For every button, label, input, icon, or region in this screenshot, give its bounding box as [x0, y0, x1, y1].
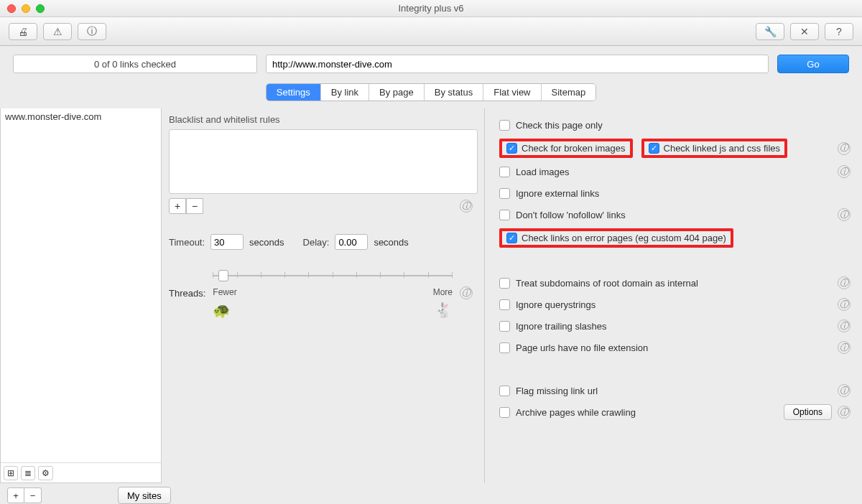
tab-by-page[interactable]: By page: [369, 84, 425, 101]
minus-icon: −: [192, 200, 198, 212]
settings-left: Blacklist and whitelist rules + − ⓘ Time…: [162, 108, 485, 483]
check-error-pages-label: Check links on error pages (eg custom 40…: [522, 233, 726, 243]
blacklist-label: Blacklist and whitelist rules: [169, 114, 473, 125]
titlebar: Integrity plus v6: [0, 0, 862, 17]
tab-by-link[interactable]: By link: [321, 84, 369, 101]
threads-fewer-label: Fewer: [213, 287, 236, 297]
tools-icon: ✕: [800, 26, 809, 37]
timeout-unit: seconds: [249, 237, 284, 248]
check-load-images[interactable]: [499, 167, 510, 177]
toolbar: 🖨 ⚠ ⓘ 🔧 ✕ ?: [0, 17, 862, 46]
tools-button[interactable]: ✕: [790, 23, 819, 40]
rabbit-icon: 🐇: [435, 302, 453, 319]
linked-assets-info-icon[interactable]: ⓘ: [838, 142, 851, 155]
print-button[interactable]: 🖨: [9, 23, 37, 40]
check-querystrings-label: Ignore querystrings: [516, 299, 595, 310]
settings-panel: Blacklist and whitelist rules + − ⓘ Time…: [162, 108, 862, 483]
tab-flat-view[interactable]: Flat view: [483, 84, 541, 101]
view-tabs: Settings By link By page By status Flat …: [0, 83, 862, 101]
preferences-button[interactable]: 🔧: [756, 23, 784, 40]
missing-url-info-icon[interactable]: ⓘ: [838, 384, 851, 397]
threads-info-icon[interactable]: ⓘ: [460, 286, 473, 299]
tab-by-status[interactable]: By status: [425, 84, 483, 101]
grid-view-button[interactable]: ⊞: [4, 466, 18, 480]
trailing-info-icon[interactable]: ⓘ: [838, 319, 851, 332]
minus-icon: −: [30, 490, 36, 501]
timeout-input[interactable]: [210, 234, 244, 250]
blacklist-info-icon[interactable]: ⓘ: [460, 200, 473, 213]
list-view-button[interactable]: ≣: [21, 466, 35, 480]
nofollow-info-icon[interactable]: ⓘ: [838, 208, 851, 221]
load-images-info-icon[interactable]: ⓘ: [838, 165, 851, 178]
my-sites-button[interactable]: My sites: [118, 487, 171, 504]
check-page-only[interactable]: [499, 120, 510, 131]
footer: + − My sites: [0, 483, 862, 504]
warnings-button[interactable]: ⚠: [43, 23, 72, 40]
go-button[interactable]: Go: [777, 55, 849, 73]
sites-list[interactable]: www.monster-dive.com: [1, 108, 161, 462]
blacklist-textarea[interactable]: [169, 129, 478, 194]
check-trailing[interactable]: [499, 321, 510, 332]
check-missing-url[interactable]: [499, 386, 510, 396]
info-button[interactable]: ⓘ: [78, 23, 106, 40]
sites-sidebar: www.monster-dive.com ⊞ ≣ ⚙: [0, 108, 162, 483]
highlight-linked-assets: Check linked js and css files: [641, 139, 788, 158]
actions-menu-button[interactable]: ⚙: [38, 466, 53, 480]
delay-input[interactable]: [335, 234, 368, 250]
turtle-icon: 🐢: [213, 302, 231, 319]
site-remove-button[interactable]: −: [24, 487, 42, 503]
check-broken-images[interactable]: [506, 143, 517, 154]
check-querystrings[interactable]: [499, 299, 510, 310]
info-icon: ⓘ: [87, 25, 97, 38]
tab-sitemap[interactable]: Sitemap: [542, 84, 596, 101]
archive-options-button[interactable]: Options: [784, 404, 832, 420]
window-title: Integrity plus v6: [0, 3, 862, 14]
check-ignore-external[interactable]: [499, 188, 510, 199]
check-linked-assets[interactable]: [649, 143, 659, 154]
site-add-button[interactable]: +: [7, 487, 24, 503]
check-nofollow[interactable]: [499, 210, 510, 220]
gear-icon: ⚙: [42, 468, 50, 478]
plus-icon: +: [175, 200, 180, 212]
list-icon: ≣: [24, 468, 32, 478]
subdomains-info-icon[interactable]: ⓘ: [838, 276, 851, 289]
check-archive-label: Archive pages while crawling: [516, 407, 636, 418]
threads-more-label: More: [433, 287, 453, 297]
list-item[interactable]: www.monster-dive.com: [5, 111, 157, 122]
print-icon: 🖨: [18, 26, 28, 37]
check-no-ext-label: Page urls have no file extension: [516, 342, 648, 353]
check-subdomains[interactable]: [499, 278, 510, 289]
delay-label: Delay:: [303, 237, 330, 248]
check-archive[interactable]: [499, 407, 510, 418]
check-nofollow-label: Don't follow 'nofollow' links: [516, 210, 626, 220]
slider-thumb[interactable]: [218, 270, 228, 281]
check-no-ext[interactable]: [499, 342, 510, 353]
check-ignore-external-label: Ignore external links: [516, 188, 599, 199]
check-page-only-label: Check this page only: [516, 120, 603, 131]
highlight-broken-images: Check for broken images: [499, 139, 633, 158]
check-broken-images-label: Check for broken images: [522, 143, 626, 154]
check-subdomains-label: Treat subdomains of root domain as inter…: [516, 278, 698, 289]
status-text: 0 of 0 links checked: [13, 55, 257, 73]
tab-settings[interactable]: Settings: [267, 84, 321, 101]
wrench-icon: 🔧: [764, 26, 777, 37]
timeout-label: Timeout:: [169, 237, 205, 248]
check-trailing-label: Ignore trailing slashes: [516, 321, 606, 332]
check-error-pages[interactable]: [506, 233, 517, 243]
grid-icon: ⊞: [7, 468, 14, 478]
help-button[interactable]: ?: [825, 23, 853, 40]
querystrings-info-icon[interactable]: ⓘ: [838, 298, 851, 311]
blacklist-remove-button[interactable]: −: [186, 198, 203, 214]
check-load-images-label: Load images: [516, 167, 569, 177]
help-icon: ?: [836, 26, 842, 37]
delay-unit: seconds: [374, 237, 408, 248]
archive-info-icon[interactable]: ⓘ: [838, 406, 851, 419]
url-row: 0 of 0 links checked Go: [0, 46, 862, 82]
threads-slider[interactable]: [213, 267, 453, 284]
url-input[interactable]: [266, 55, 769, 73]
blacklist-add-button[interactable]: +: [169, 198, 186, 214]
check-linked-assets-label: Check linked js and css files: [664, 143, 781, 154]
no-ext-info-icon[interactable]: ⓘ: [838, 341, 851, 354]
check-missing-url-label: Flag missing link url: [516, 386, 598, 396]
warning-icon: ⚠: [53, 26, 62, 37]
